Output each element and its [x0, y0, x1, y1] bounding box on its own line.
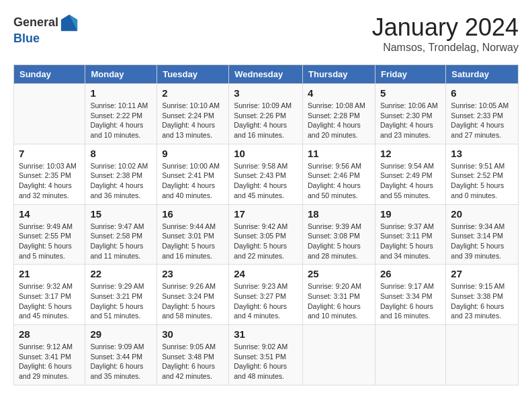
day-number: 17 [234, 208, 298, 220]
calendar-cell: 17Sunrise: 9:42 AM Sunset: 3:05 PM Dayli… [229, 204, 303, 265]
day-number: 11 [308, 148, 370, 159]
calendar-week-row: 28Sunrise: 9:12 AM Sunset: 3:41 PM Dayli… [14, 325, 519, 385]
calendar-cell: 23Sunrise: 9:26 AM Sunset: 3:24 PM Dayli… [157, 265, 229, 325]
calendar-cell: 28Sunrise: 9:12 AM Sunset: 3:41 PM Dayli… [14, 325, 85, 385]
calendar-cell: 10Sunrise: 9:58 AM Sunset: 2:43 PM Dayli… [229, 144, 303, 204]
calendar-cell: 9Sunrise: 10:00 AM Sunset: 2:41 PM Dayli… [157, 144, 229, 204]
day-info: Sunrise: 9:42 AM Sunset: 3:05 PM Dayligh… [234, 222, 298, 261]
day-info: Sunrise: 9:34 AM Sunset: 3:14 PM Dayligh… [451, 222, 513, 261]
day-number: 9 [162, 148, 224, 159]
day-number: 25 [308, 268, 370, 279]
day-info: Sunrise: 10:00 AM Sunset: 2:41 PM Daylig… [162, 161, 224, 201]
day-info: Sunrise: 9:15 AM Sunset: 3:38 PM Dayligh… [451, 281, 513, 321]
day-number: 23 [162, 268, 224, 279]
calendar-cell: 18Sunrise: 9:39 AM Sunset: 3:08 PM Dayli… [303, 204, 375, 265]
day-number: 2 [162, 87, 224, 99]
location-text: Namsos, Trondelag, Norway [372, 42, 519, 54]
day-number: 30 [162, 328, 224, 340]
day-number: 12 [380, 148, 441, 159]
day-info: Sunrise: 9:20 AM Sunset: 3:31 PM Dayligh… [308, 281, 370, 321]
day-info: Sunrise: 9:29 AM Sunset: 3:21 PM Dayligh… [90, 281, 152, 321]
day-number: 31 [234, 328, 298, 340]
day-info: Sunrise: 9:32 AM Sunset: 3:17 PM Dayligh… [19, 281, 80, 321]
day-number: 5 [380, 87, 441, 99]
day-info: Sunrise: 9:39 AM Sunset: 3:08 PM Dayligh… [308, 222, 370, 261]
weekday-header-wednesday: Wednesday [229, 65, 303, 84]
day-number: 4 [308, 87, 370, 99]
calendar-cell: 27Sunrise: 9:15 AM Sunset: 3:38 PM Dayli… [446, 265, 519, 325]
day-number: 13 [451, 148, 513, 159]
day-info: Sunrise: 9:37 AM Sunset: 3:11 PM Dayligh… [380, 222, 441, 261]
calendar-cell: 3Sunrise: 10:09 AM Sunset: 2:26 PM Dayli… [229, 84, 303, 144]
calendar-cell: 30Sunrise: 9:05 AM Sunset: 3:48 PM Dayli… [157, 325, 229, 385]
weekday-header-row: SundayMondayTuesdayWednesdayThursdayFrid… [14, 65, 519, 84]
day-number: 8 [90, 148, 152, 159]
calendar-cell: 14Sunrise: 9:49 AM Sunset: 2:55 PM Dayli… [14, 204, 85, 265]
day-info: Sunrise: 9:47 AM Sunset: 2:58 PM Dayligh… [90, 222, 152, 261]
calendar-week-row: 14Sunrise: 9:49 AM Sunset: 2:55 PM Dayli… [14, 204, 519, 265]
weekday-header-sunday: Sunday [14, 65, 85, 84]
calendar-week-row: 1Sunrise: 10:11 AM Sunset: 2:22 PM Dayli… [14, 84, 519, 144]
day-info: Sunrise: 10:11 AM Sunset: 2:22 PM Daylig… [90, 101, 152, 140]
day-info: Sunrise: 10:08 AM Sunset: 2:28 PM Daylig… [308, 101, 370, 140]
weekday-header-saturday: Saturday [446, 65, 519, 84]
calendar-cell: 20Sunrise: 9:34 AM Sunset: 3:14 PM Dayli… [446, 204, 519, 265]
calendar-cell [446, 325, 519, 385]
calendar-cell: 8Sunrise: 10:02 AM Sunset: 2:38 PM Dayli… [85, 144, 157, 204]
day-info: Sunrise: 10:03 AM Sunset: 2:35 PM Daylig… [19, 161, 80, 201]
day-number: 18 [308, 208, 370, 220]
calendar-week-row: 7Sunrise: 10:03 AM Sunset: 2:35 PM Dayli… [14, 144, 519, 204]
weekday-header-monday: Monday [85, 65, 157, 84]
day-number: 10 [234, 148, 298, 159]
day-info: Sunrise: 9:17 AM Sunset: 3:34 PM Dayligh… [380, 281, 441, 321]
calendar-cell: 1Sunrise: 10:11 AM Sunset: 2:22 PM Dayli… [85, 84, 157, 144]
day-number: 27 [451, 268, 513, 279]
calendar-cell: 19Sunrise: 9:37 AM Sunset: 3:11 PM Dayli… [375, 204, 445, 265]
day-info: Sunrise: 10:05 AM Sunset: 2:33 PM Daylig… [451, 101, 513, 140]
day-info: Sunrise: 9:09 AM Sunset: 3:44 PM Dayligh… [90, 342, 152, 381]
day-info: Sunrise: 9:26 AM Sunset: 3:24 PM Dayligh… [162, 281, 224, 321]
calendar-cell: 22Sunrise: 9:29 AM Sunset: 3:21 PM Dayli… [85, 265, 157, 325]
day-number: 16 [162, 208, 224, 220]
logo: General Blue [13, 13, 79, 46]
calendar-cell [375, 325, 445, 385]
calendar-cell: 12Sunrise: 9:54 AM Sunset: 2:49 PM Dayli… [375, 144, 445, 204]
day-info: Sunrise: 9:58 AM Sunset: 2:43 PM Dayligh… [234, 161, 298, 201]
weekday-header-tuesday: Tuesday [157, 65, 229, 84]
day-number: 19 [380, 208, 441, 220]
day-number: 20 [451, 208, 513, 220]
day-number: 15 [90, 208, 152, 220]
calendar-cell: 16Sunrise: 9:44 AM Sunset: 3:01 PM Dayli… [157, 204, 229, 265]
day-number: 14 [19, 208, 80, 220]
calendar-cell: 11Sunrise: 9:56 AM Sunset: 2:46 PM Dayli… [303, 144, 375, 204]
day-info: Sunrise: 9:54 AM Sunset: 2:49 PM Dayligh… [380, 161, 441, 201]
calendar-cell: 5Sunrise: 10:06 AM Sunset: 2:30 PM Dayli… [375, 84, 445, 144]
day-number: 6 [451, 87, 513, 99]
day-info: Sunrise: 10:10 AM Sunset: 2:24 PM Daylig… [162, 101, 224, 140]
logo-icon [60, 13, 79, 32]
day-number: 24 [234, 268, 298, 279]
day-number: 3 [234, 87, 298, 99]
day-info: Sunrise: 9:02 AM Sunset: 3:51 PM Dayligh… [234, 342, 298, 381]
day-info: Sunrise: 10:06 AM Sunset: 2:30 PM Daylig… [380, 101, 441, 140]
day-number: 21 [19, 268, 80, 279]
month-title: January 2024 [372, 13, 519, 42]
day-info: Sunrise: 9:56 AM Sunset: 2:46 PM Dayligh… [308, 161, 370, 201]
calendar-cell: 6Sunrise: 10:05 AM Sunset: 2:33 PM Dayli… [446, 84, 519, 144]
title-block: January 2024 Namsos, Trondelag, Norway [372, 13, 519, 54]
weekday-header-thursday: Thursday [303, 65, 375, 84]
calendar-cell [14, 84, 85, 144]
weekday-header-friday: Friday [375, 65, 445, 84]
day-number: 29 [90, 328, 152, 340]
day-info: Sunrise: 9:12 AM Sunset: 3:41 PM Dayligh… [19, 342, 80, 381]
day-info: Sunrise: 9:44 AM Sunset: 3:01 PM Dayligh… [162, 222, 224, 261]
calendar-cell: 7Sunrise: 10:03 AM Sunset: 2:35 PM Dayli… [14, 144, 85, 204]
page-header: General Blue January 2024 Namsos, Tronde… [13, 13, 519, 54]
day-number: 1 [90, 87, 152, 99]
calendar-cell: 29Sunrise: 9:09 AM Sunset: 3:44 PM Dayli… [85, 325, 157, 385]
day-info: Sunrise: 9:05 AM Sunset: 3:48 PM Dayligh… [162, 342, 224, 381]
day-info: Sunrise: 10:09 AM Sunset: 2:26 PM Daylig… [234, 101, 298, 140]
calendar-cell: 15Sunrise: 9:47 AM Sunset: 2:58 PM Dayli… [85, 204, 157, 265]
day-number: 7 [19, 148, 80, 159]
calendar-week-row: 21Sunrise: 9:32 AM Sunset: 3:17 PM Dayli… [14, 265, 519, 325]
